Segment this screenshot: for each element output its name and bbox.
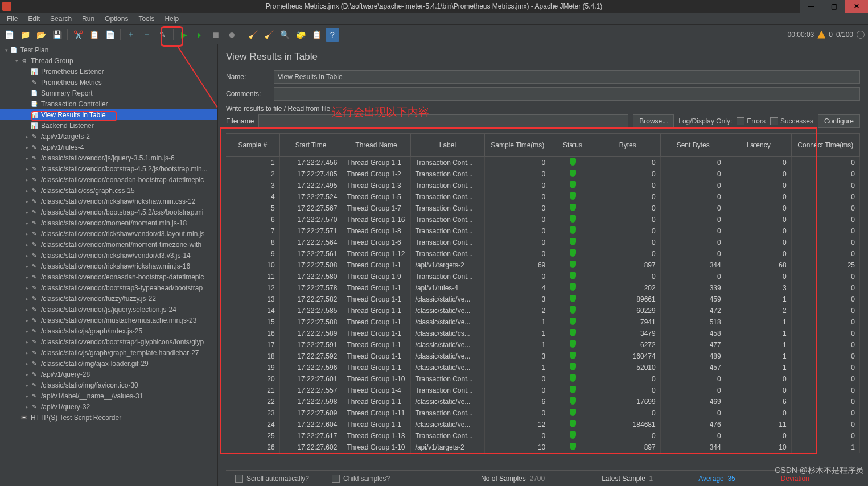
table-row[interactable]: 917:22:27.561Thread Group 1-12Transactio… bbox=[226, 248, 860, 260]
save-icon[interactable]: 💾 bbox=[50, 28, 64, 42]
toggle-icon[interactable]: ✎ bbox=[156, 28, 170, 42]
tree-item[interactable]: 📼HTTP(S) Test Script Recorder bbox=[0, 412, 217, 423]
shutdown-icon[interactable]: ⏺ bbox=[225, 28, 238, 42]
tree-arrow-icon[interactable]: ▸ bbox=[24, 307, 30, 312]
comments-input[interactable] bbox=[274, 87, 860, 101]
errors-checkbox[interactable] bbox=[737, 117, 744, 125]
column-header[interactable]: Thread Name bbox=[342, 134, 410, 156]
filename-input[interactable] bbox=[258, 114, 628, 128]
menu-file[interactable]: File bbox=[2, 14, 22, 24]
help-icon[interactable]: ? bbox=[326, 28, 339, 42]
tree-item[interactable]: ▸✎/classic/static/img/favicon.ico-30 bbox=[0, 380, 217, 390]
expand-icon[interactable] bbox=[857, 31, 865, 39]
column-header[interactable]: Sample Time(ms) bbox=[485, 134, 550, 156]
tree-arrow-icon[interactable]: ▸ bbox=[24, 404, 30, 410]
warning-icon[interactable] bbox=[817, 31, 825, 39]
menu-edit[interactable]: Edit bbox=[23, 14, 44, 24]
tree-arrow-icon[interactable]: ▸ bbox=[24, 231, 30, 237]
tree-item[interactable]: ▸✎/classic/static/vendor/bootstrap4-glyp… bbox=[0, 336, 217, 347]
tree-item[interactable]: 📊View Results in Table bbox=[0, 109, 217, 120]
tree-arrow-icon[interactable]: ▸ bbox=[24, 188, 30, 193]
table-row[interactable]: 1617:22:27.589Thread Group 1-1/classic/s… bbox=[226, 328, 860, 339]
table-row[interactable]: 117:22:27.456Thread Group 1-1Transaction… bbox=[226, 156, 860, 168]
table-row[interactable]: 2017:22:27.601Thread Group 1-10Transacti… bbox=[226, 373, 860, 385]
tree-item[interactable]: ▸✎/classic/static/css/graph.css-15 bbox=[0, 185, 217, 196]
tree-arrow-icon[interactable]: ▸ bbox=[24, 285, 30, 291]
table-row[interactable]: 717:22:27.571Thread Group 1-8Transaction… bbox=[226, 225, 860, 237]
column-header[interactable]: Label bbox=[410, 134, 485, 156]
tree-item[interactable]: ▸✎/classic/static/vendor/eonasdan-bootst… bbox=[0, 271, 217, 282]
column-header[interactable]: Bytes bbox=[595, 134, 660, 156]
start-notimers-icon[interactable]: ⏵ bbox=[193, 28, 207, 42]
minimize-button[interactable]: — bbox=[800, 0, 822, 13]
tree-item[interactable]: ▸✎/classic/static/js/graph/graph_templat… bbox=[0, 347, 217, 358]
tree-arrow-icon[interactable]: ▸ bbox=[24, 263, 30, 269]
copy-icon[interactable]: 📋 bbox=[87, 28, 101, 42]
table-row[interactable]: 1917:22:27.596Thread Group 1-1/classic/s… bbox=[226, 362, 860, 373]
tree-item[interactable]: 📄Summary Report bbox=[0, 88, 217, 98]
table-row[interactable]: 517:22:27.567Thread Group 1-7Transaction… bbox=[226, 203, 860, 214]
tree-arrow-icon[interactable]: ▸ bbox=[24, 372, 30, 377]
table-row[interactable]: 1417:22:27.585Thread Group 1-1/classic/s… bbox=[226, 305, 860, 316]
column-header[interactable]: Latency bbox=[726, 134, 791, 156]
reset-search-icon[interactable]: 🧽 bbox=[294, 28, 307, 42]
tree-item[interactable]: ▸✎/classic/static/vendor/bootstrap-4.5.2… bbox=[0, 163, 217, 174]
table-row[interactable]: 2417:22:27.604Thread Group 1-1/classic/s… bbox=[226, 419, 860, 430]
configure-button[interactable]: Configure bbox=[818, 114, 860, 128]
tree-arrow-icon[interactable]: ▾ bbox=[14, 58, 19, 64]
table-row[interactable]: 217:22:27.485Thread Group 1-2Transaction… bbox=[226, 168, 860, 180]
tree-arrow-icon[interactable]: ▸ bbox=[24, 253, 30, 258]
tree-arrow-icon[interactable]: ▸ bbox=[24, 382, 30, 388]
menu-search[interactable]: Search bbox=[46, 14, 76, 24]
table-row[interactable]: 2317:22:27.609Thread Group 1-11Transacti… bbox=[226, 407, 860, 419]
templates-icon[interactable]: 📁 bbox=[18, 28, 32, 42]
test-plan-tree[interactable]: ▾📄Test Plan▾⚙Thread Group📊Prometheus Lis… bbox=[0, 44, 218, 486]
tree-arrow-icon[interactable]: ▸ bbox=[24, 199, 30, 204]
tree-item[interactable]: ▸✎/api/v1/query-32 bbox=[0, 401, 217, 412]
function-helper-icon[interactable]: 📋 bbox=[310, 28, 323, 42]
tree-arrow-icon[interactable]: ▸ bbox=[24, 318, 30, 323]
tree-item[interactable]: ✎Prometheus Metrics bbox=[0, 77, 217, 88]
table-row[interactable]: 1117:22:27.580Thread Group 1-9Transactio… bbox=[226, 271, 860, 282]
tree-item[interactable]: ▸✎/classic/static/vendor/rickshaw/ricksh… bbox=[0, 261, 217, 271]
menu-tools[interactable]: Tools bbox=[134, 14, 159, 24]
tree-arrow-icon[interactable]: ▸ bbox=[24, 350, 30, 356]
table-row[interactable]: 2217:22:27.598Thread Group 1-1/classic/s… bbox=[226, 396, 860, 407]
table-row[interactable]: 1517:22:27.588Thread Group 1-1/classic/s… bbox=[226, 316, 860, 328]
tree-item[interactable]: 📊Backend Listener bbox=[0, 120, 217, 131]
table-row[interactable]: 317:22:27.495Thread Group 1-3Transaction… bbox=[226, 180, 860, 191]
column-header[interactable]: Start Time bbox=[279, 134, 342, 156]
tree-arrow-icon[interactable]: ▸ bbox=[24, 220, 30, 226]
tree-item[interactable]: ▸✎/classic/static/img/ajax-loader.gif-29 bbox=[0, 358, 217, 369]
cut-icon[interactable]: ✂️ bbox=[71, 28, 85, 42]
results-table[interactable]: Sample #Start TimeThread NameLabelSample… bbox=[226, 134, 860, 453]
column-header[interactable]: Status bbox=[550, 134, 595, 156]
browse-button[interactable]: Browse... bbox=[633, 114, 674, 128]
tree-arrow-icon[interactable]: ▸ bbox=[24, 209, 30, 215]
clear-icon[interactable]: 🧹 bbox=[246, 28, 260, 42]
tree-arrow-icon[interactable]: ▾ bbox=[3, 47, 9, 53]
tree-item[interactable]: ▸✎/classic/static/vendor/bootstrap-4.5.2… bbox=[0, 207, 217, 217]
tree-arrow-icon[interactable]: ▸ bbox=[24, 134, 30, 139]
tree-item[interactable]: ▸✎/api/v1/query-28 bbox=[0, 369, 217, 380]
search-icon[interactable]: 🔍 bbox=[278, 28, 291, 42]
tree-arrow-icon[interactable]: ▸ bbox=[24, 361, 30, 366]
menu-options[interactable]: Options bbox=[100, 14, 133, 24]
tree-item[interactable]: ▾📄Test Plan bbox=[0, 44, 217, 55]
tree-arrow-icon[interactable]: ▸ bbox=[24, 274, 30, 280]
table-row[interactable]: 1717:22:27.591Thread Group 1-1/classic/s… bbox=[226, 339, 860, 351]
column-header[interactable]: Sent Bytes bbox=[660, 134, 726, 156]
maximize-button[interactable]: ▢ bbox=[822, 0, 845, 13]
tree-item[interactable]: ▸✎/api/v1/label/__name__/values-31 bbox=[0, 390, 217, 401]
table-row[interactable]: 417:22:27.524Thread Group 1-5Transaction… bbox=[226, 191, 860, 203]
successes-checkbox[interactable] bbox=[770, 117, 778, 125]
tree-arrow-icon[interactable]: ▸ bbox=[24, 242, 30, 248]
tree-item[interactable]: ▸✎/classic/static/vendor/bootstrap3-type… bbox=[0, 282, 217, 293]
table-row[interactable]: 817:22:27.564Thread Group 1-6Transaction… bbox=[226, 237, 860, 248]
close-button[interactable]: ✕ bbox=[845, 0, 868, 13]
table-row[interactable]: 1317:22:27.582Thread Group 1-1/classic/s… bbox=[226, 294, 860, 305]
tree-arrow-icon[interactable]: ▸ bbox=[24, 166, 30, 172]
tree-arrow-icon[interactable]: ▸ bbox=[24, 177, 30, 183]
table-row[interactable]: 1817:22:27.592Thread Group 1-1/classic/s… bbox=[226, 351, 860, 362]
tree-item[interactable]: 📊Prometheus Listener bbox=[0, 66, 217, 77]
